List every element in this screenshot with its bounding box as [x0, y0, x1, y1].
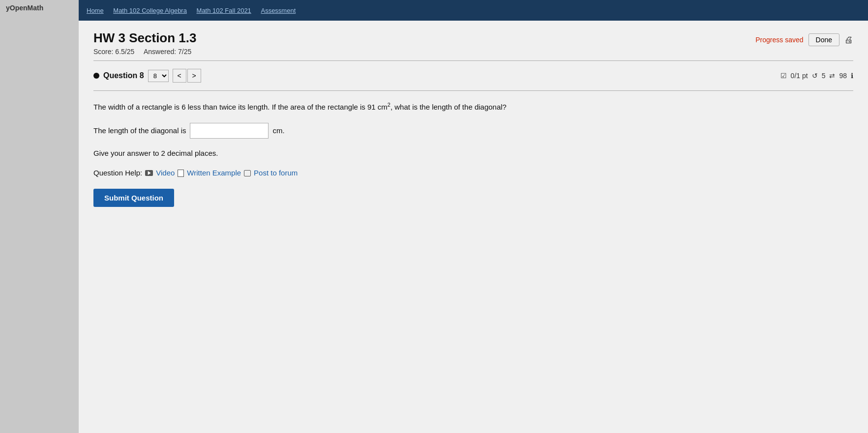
answer-prefix: The length of the diagonal is [93, 125, 186, 137]
answered-label: Answered: [144, 48, 176, 56]
next-question-button[interactable]: > [187, 69, 201, 83]
decimal-note: Give your answer to 2 decimal places. [93, 147, 853, 159]
forum-link[interactable]: Post to forum [244, 167, 298, 179]
progress-saved-text: Progress saved [755, 36, 803, 44]
score-value: 6.5/25 [115, 48, 134, 56]
main-content: Home Math 102 College Algebra Math 102 F… [79, 0, 868, 433]
retry-icon: ↺ [812, 72, 818, 80]
nav-term[interactable]: Math 102 Fall 2021 [197, 7, 251, 14]
forum-icon [244, 170, 251, 176]
divider-1 [93, 60, 853, 61]
nav-course[interactable]: Math 102 College Algebra [113, 7, 187, 14]
nav-arrows: < > [173, 69, 201, 83]
top-nav-bar: Home Math 102 College Algebra Math 102 F… [79, 0, 868, 21]
hw-header: HW 3 Section 1.3 Score: 6.5/25 Answered:… [93, 30, 853, 56]
question-text: The width of a rectangle is 6 less than … [93, 101, 853, 113]
details-icon: ⇄ [829, 72, 835, 80]
help-label: Question Help: [93, 167, 142, 179]
question-label: Question 8 [103, 71, 144, 80]
answer-input[interactable] [190, 123, 269, 139]
content-area: HW 3 Section 1.3 Score: 6.5/25 Answered:… [79, 21, 868, 433]
submit-question-button[interactable]: Submit Question [93, 189, 174, 207]
header-right: Progress saved Done 🖨 [755, 33, 853, 46]
written-example-link[interactable]: Written Example [178, 167, 241, 179]
retry-value: 5 [822, 72, 826, 80]
answer-row: The length of the diagonal is cm. [93, 123, 853, 139]
done-button[interactable]: Done [808, 33, 839, 46]
points-icon: ☑ [780, 72, 787, 80]
question-help-row: Question Help: Video Written Example Pos… [93, 167, 853, 179]
written-example-label: Written Example [187, 167, 241, 179]
answer-suffix: cm. [272, 125, 284, 137]
video-link[interactable]: Video [145, 167, 175, 179]
question-nav-row: Question 8 8 < > ☑ 0/1 pt ↺ 5 ⇄ 98 ℹ [93, 66, 853, 86]
forum-link-label: Post to forum [254, 167, 298, 179]
points-value: 0/1 pt [791, 72, 808, 80]
divider-2 [93, 90, 853, 91]
video-link-label: Video [156, 167, 175, 179]
nav-home[interactable]: Home [87, 7, 104, 14]
hw-info: HW 3 Section 1.3 Score: 6.5/25 Answered:… [93, 30, 197, 56]
info-icon[interactable]: ℹ [851, 72, 853, 80]
nav-assessment[interactable]: Assessment [261, 7, 296, 14]
hw-score: Score: 6.5/25 Answered: 7/25 [93, 48, 197, 56]
question-body: The width of a rectangle is 6 less than … [93, 101, 853, 207]
question-dropdown[interactable]: 8 [148, 70, 169, 82]
app-logo: yOpenMath [0, 0, 79, 16]
question-meta-right: ☑ 0/1 pt ↺ 5 ⇄ 98 ℹ [780, 72, 853, 80]
question-dot [93, 73, 99, 79]
answered-value: 7/25 [178, 48, 191, 56]
score-label: Score: [93, 48, 113, 56]
details-value: 98 [839, 72, 847, 80]
video-icon [145, 170, 153, 176]
breadcrumb: Home Math 102 College Algebra Math 102 F… [87, 7, 296, 14]
sidebar: yOpenMath [0, 0, 79, 433]
prev-question-button[interactable]: < [173, 69, 186, 83]
doc-icon [178, 170, 184, 177]
print-icon[interactable]: 🖨 [844, 35, 853, 45]
hw-title: HW 3 Section 1.3 [93, 30, 197, 46]
question-nav-left: Question 8 8 < > [93, 69, 201, 83]
